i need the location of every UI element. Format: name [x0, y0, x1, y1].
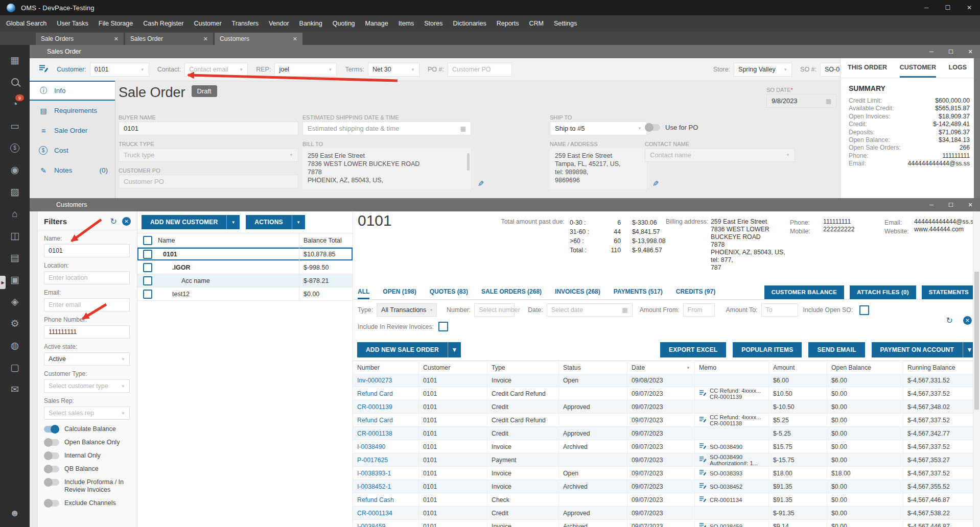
- calendar-icon[interactable]: ▦: [460, 125, 466, 132]
- search-icon[interactable]: [0, 71, 30, 93]
- menu-item-customer[interactable]: Customer: [189, 20, 226, 27]
- memo-icon[interactable]: [699, 496, 707, 504]
- column-header-running-balance[interactable]: Running Balance: [903, 361, 980, 374]
- tab-close-icon[interactable]: ✕: [203, 36, 208, 42]
- terms-select[interactable]: Net 30▼: [368, 63, 419, 77]
- add-new-customer-button[interactable]: ADD NEW CUSTOMER: [142, 215, 226, 229]
- estimated-shipping-input[interactable]: Estimated shipping date & time ▦: [302, 122, 471, 135]
- customer-po-input[interactable]: Customer PO: [119, 175, 298, 188]
- so-window-scrollbar[interactable]: [974, 58, 980, 198]
- filter-location-input[interactable]: Enter location: [44, 271, 130, 284]
- contact-name-select[interactable]: Contact name▼: [645, 148, 795, 162]
- tab-customers[interactable]: Customers✕: [215, 33, 302, 45]
- memo-icon[interactable]: [699, 390, 707, 398]
- sidebar-item-info[interactable]: ⓘInfo: [30, 81, 115, 101]
- date-input[interactable]: Select date▦: [547, 303, 633, 317]
- column-header-amount[interactable]: Amount: [769, 361, 827, 374]
- rail-expander-handle[interactable]: ▶: [0, 276, 6, 289]
- chat-icon[interactable]: ✉: [0, 378, 30, 400]
- txn-number-link[interactable]: I-0038452-1: [353, 480, 419, 493]
- memo-icon[interactable]: [699, 522, 707, 527]
- popular-items-button[interactable]: POPULAR ITEMS: [733, 342, 802, 357]
- use-for-po-toggle[interactable]: Use for PO: [645, 124, 698, 131]
- attach-files-button[interactable]: ATTACH FILES (0): [850, 285, 916, 299]
- so-minimize-button[interactable]: ─: [922, 45, 941, 58]
- memo-icon[interactable]: [699, 469, 707, 477]
- include-open-so-checkbox[interactable]: [859, 305, 869, 315]
- table-row[interactable]: Refund Card0101Credit Card Refund09/07/2…: [353, 414, 980, 427]
- transactions-refresh-icon[interactable]: ↻: [946, 316, 953, 325]
- menu-item-banking[interactable]: Banking: [294, 20, 328, 27]
- transactions-clear-icon[interactable]: ✕: [963, 316, 972, 325]
- customer-row[interactable]: test12$0.00: [137, 288, 353, 301]
- customer-row[interactable]: .IGOR$-998.50: [137, 261, 353, 274]
- gallery-icon[interactable]: ▨: [0, 181, 30, 203]
- toggle-qb-balance[interactable]: QB Balance: [44, 465, 131, 473]
- menu-item-user-tasks[interactable]: User Tasks: [52, 20, 94, 27]
- txn-number-link[interactable]: CR-0001134: [353, 507, 419, 519]
- menu-item-global-search[interactable]: Global Search: [1, 20, 52, 27]
- toggle-include-proforma-in-review-invoices[interactable]: Include Proforma / In Review Invoices: [44, 478, 131, 494]
- memo-icon[interactable]: [699, 483, 707, 491]
- orders-icon[interactable]: ▤: [0, 247, 30, 269]
- side-tab-customer[interactable]: CUSTOMER: [900, 58, 936, 78]
- row-checkbox[interactable]: [143, 276, 152, 285]
- folder-icon[interactable]: ▭: [0, 115, 30, 137]
- send-email-button[interactable]: SEND EMAIL: [808, 342, 865, 357]
- contact-select[interactable]: Contact email▼: [184, 63, 248, 77]
- gear-icon[interactable]: ⚙: [0, 313, 30, 334]
- select-all-checkbox[interactable]: [143, 236, 152, 245]
- toggle-open-balance-only[interactable]: Open Balance Only: [44, 439, 131, 446]
- table-row[interactable]: P-00176250101Payment09/07/2023SO-0038490…: [353, 453, 980, 467]
- txn-number-link[interactable]: Inv-0000273: [353, 374, 419, 387]
- txn-tab-credits-97[interactable]: CREDITS (97): [676, 285, 715, 299]
- txn-tab-open-198[interactable]: OPEN (198): [383, 285, 416, 299]
- table-row[interactable]: Refund Card0101Credit Card Refund09/07/2…: [353, 387, 980, 400]
- toggle-calculate-balance[interactable]: Calculate Balance: [44, 425, 131, 433]
- menu-item-items[interactable]: Items: [393, 20, 419, 27]
- terminal-icon[interactable]: ▢: [0, 356, 30, 378]
- menu-item-transfers[interactable]: Transfers: [227, 20, 264, 27]
- app-minimize-button[interactable]: ─: [916, 0, 937, 15]
- add-new-sale-order-dropdown[interactable]: ▼: [448, 342, 461, 357]
- customers-scrollbar[interactable]: [973, 211, 980, 527]
- sidebar-item-cost[interactable]: $Cost: [30, 140, 115, 160]
- menu-item-settings[interactable]: Settings: [549, 20, 582, 27]
- cust-restore-button[interactable]: ☐: [941, 198, 961, 211]
- column-header-date[interactable]: Date▼: [627, 361, 695, 374]
- sidebar-item-sale-order[interactable]: ≡Sale Order: [30, 121, 115, 140]
- customer-balance-button[interactable]: CUSTOMER BALANCE: [764, 285, 844, 299]
- column-header-customer[interactable]: Customer: [419, 361, 487, 374]
- table-row[interactable]: CR-00011340101CreditApproved09/07/2023$-…: [353, 507, 980, 520]
- tag-icon[interactable]: ◈: [0, 291, 30, 313]
- sidebar-item-notes[interactable]: ✎Notes(0): [30, 160, 115, 180]
- txn-number-link[interactable]: I-0038459: [353, 520, 419, 527]
- number-input[interactable]: Select number: [474, 303, 515, 317]
- statements-button[interactable]: STATEMENTS: [922, 285, 976, 299]
- txn-tab-invoices-268[interactable]: INVOICES (268): [555, 285, 600, 299]
- export-excel-button[interactable]: EXPORT EXCEL: [660, 342, 726, 357]
- scrollbar-thumb[interactable]: [974, 272, 979, 410]
- menu-item-reports[interactable]: Reports: [492, 20, 524, 27]
- add-new-sale-order-button[interactable]: ADD NEW SALE ORDER: [357, 342, 448, 357]
- bank-icon[interactable]: ◫: [0, 225, 30, 247]
- customer-row[interactable]: Acc name$-878.21: [137, 274, 353, 288]
- tab-close-icon[interactable]: ✕: [293, 36, 297, 42]
- filters-clear-icon[interactable]: ✕: [122, 217, 131, 226]
- txn-number-link[interactable]: Refund Card: [353, 414, 419, 426]
- txn-number-link[interactable]: Refund Card: [353, 387, 419, 400]
- memo-icon[interactable]: [699, 443, 707, 451]
- bill-to-scrollbar[interactable]: [467, 153, 470, 171]
- column-header-number[interactable]: Number: [353, 361, 419, 374]
- table-row[interactable]: Inv-00002730101InvoiceOpen09/08/2023$6.0…: [353, 374, 980, 387]
- table-row[interactable]: CR-00011390101CreditApproved09/07/2023$-…: [353, 400, 980, 414]
- column-header-status[interactable]: Status: [559, 361, 627, 374]
- toggle-internal-only[interactable]: Internal Only: [44, 452, 131, 460]
- menu-item-file-storage[interactable]: File Storage: [94, 20, 138, 27]
- filter-phone-input[interactable]: 111111111: [44, 325, 130, 339]
- cust-close-button[interactable]: ✕: [961, 198, 980, 211]
- order-lines-edit-icon[interactable]: [39, 64, 49, 75]
- txn-tab-all[interactable]: ALL: [358, 285, 369, 299]
- globe-icon[interactable]: ◍: [0, 334, 30, 356]
- amount-to-input[interactable]: To: [761, 303, 798, 317]
